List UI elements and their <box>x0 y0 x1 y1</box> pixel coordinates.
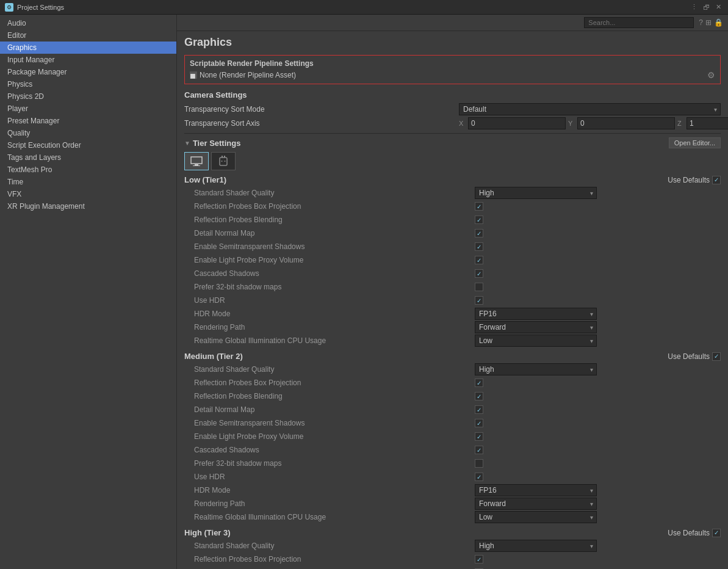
sidebar-item-xr-plugin-management[interactable]: XR Plugin Management <box>0 200 176 212</box>
tier-1-row-9-select[interactable]: FP16 <box>475 484 597 496</box>
tier-1-row-3: Detail Normal Map <box>194 404 721 416</box>
transparency-sort-mode-label: Transparency Sort Mode <box>184 105 459 114</box>
window-icon: ⚙ <box>5 3 13 12</box>
tier-1-row-7-value <box>475 459 721 468</box>
tier-1-row-0-select[interactable]: High <box>475 363 597 375</box>
tier-0-row-9: HDR ModeFP16 <box>194 308 721 320</box>
sidebar-item-physics[interactable]: Physics <box>0 78 176 90</box>
sidebar-item-preset-manager[interactable]: Preset Manager <box>0 115 176 127</box>
sidebar-item-player[interactable]: Player <box>0 103 176 115</box>
tier-1-row-1-checkbox[interactable] <box>475 379 483 387</box>
tier-2-row-0-select[interactable]: High <box>475 540 597 552</box>
tier-0-row-6-checkbox[interactable] <box>475 269 483 278</box>
sidebar-item-time[interactable]: Time <box>0 176 176 188</box>
sidebar-item-tags-and-layers[interactable]: Tags and Layers <box>0 151 176 164</box>
tier-1-row-10-select[interactable]: Forward <box>475 498 597 510</box>
tier-2-row-0-dropdown-wrapper: High <box>475 540 597 552</box>
render-pipeline-gear-button[interactable]: ⚙ <box>707 70 715 80</box>
svg-rect-3 <box>220 158 227 165</box>
tier-1-row-2-checkbox[interactable] <box>475 392 483 400</box>
tier-0-row-8-checkbox[interactable] <box>475 296 483 305</box>
tier-0-row-9-value: FP16 <box>475 308 721 320</box>
tier-2-use-defaults: Use Defaults <box>668 529 721 537</box>
tier-0-title: Low (Tier1) <box>184 175 226 184</box>
tier-1-row-7-checkbox[interactable] <box>475 459 483 468</box>
tier-2-row-0-label: Standard Shader Quality <box>194 542 475 550</box>
tier-0-row-3-checkbox[interactable] <box>475 229 483 237</box>
sidebar-item-quality[interactable]: Quality <box>0 127 176 139</box>
tier-0-row-11: Realtime Global Illumination CPU UsageLo… <box>194 335 721 347</box>
tier-0-row-0-label: Standard Shader Quality <box>194 189 475 197</box>
tier-0-row-1-checkbox[interactable] <box>475 202 483 211</box>
platform-tabs <box>184 152 721 170</box>
tier-0-row-0-select[interactable]: High <box>475 187 597 199</box>
sidebar-item-input-manager[interactable]: Input Manager <box>0 54 176 66</box>
y-field: Y <box>568 117 675 129</box>
search-input[interactable] <box>584 17 694 28</box>
page-title: Graphics <box>184 36 721 49</box>
more-options-button[interactable]: ⋮ <box>689 2 699 12</box>
tier-0-use-defaults-checkbox[interactable] <box>712 176 721 184</box>
tier-1-row-4-checkbox[interactable] <box>475 419 483 427</box>
tier-2-row-1-checkbox[interactable] <box>475 555 483 564</box>
tier-1-row-2-label: Reflection Probes Blending <box>194 392 475 400</box>
tier-1-row-5-checkbox[interactable] <box>475 432 483 441</box>
sidebar-item-package-manager[interactable]: Package Manager <box>0 66 176 78</box>
sidebar-item-editor[interactable]: Editor <box>0 29 176 42</box>
close-button[interactable]: ✕ <box>713 2 723 12</box>
asset-icon: ◼ <box>190 71 197 79</box>
tier-1-row-4-value <box>475 419 721 427</box>
sidebar-item-audio[interactable]: Audio <box>0 17 176 29</box>
tier-1-title: Medium (Tier 2) <box>184 352 243 361</box>
minimize-button[interactable]: 🗗 <box>701 2 711 12</box>
tier-1-use-defaults-checkbox[interactable] <box>712 352 721 361</box>
desktop-platform-tab[interactable] <box>184 152 209 170</box>
sidebar: AudioEditorGraphicsInput ManagerPackage … <box>0 15 177 569</box>
sidebar-item-physics-2d[interactable]: Physics 2D <box>0 90 176 103</box>
sidebar-item-vfx[interactable]: VFX <box>0 188 176 200</box>
tier-0-row-4-label: Enable Semitransparent Shadows <box>194 242 475 251</box>
layout-button[interactable]: ⊞ <box>705 18 712 27</box>
x-input[interactable] <box>468 117 566 129</box>
z-input[interactable] <box>687 117 728 129</box>
tier-0-row-8-label: Use HDR <box>194 296 475 305</box>
tier-2-use-defaults-checkbox[interactable] <box>712 529 721 537</box>
tier-0-row-1-value <box>475 202 721 211</box>
tier-1-row-11: Realtime Global Illumination CPU UsageLo… <box>194 511 721 523</box>
sidebar-item-graphics[interactable]: Graphics <box>0 42 176 54</box>
tier-0-row-9-select[interactable]: FP16 <box>475 308 597 320</box>
tier-1-row-4-label: Enable Semitransparent Shadows <box>194 419 475 427</box>
tier-1-row-11-label: Realtime Global Illumination CPU Usage <box>194 513 475 521</box>
android-platform-tab[interactable] <box>211 152 236 170</box>
tier-0-row-6-value <box>475 269 721 278</box>
sidebar-item-textmesh-pro[interactable]: TextMesh Pro <box>0 164 176 176</box>
help-button[interactable]: ? <box>699 18 703 27</box>
tier-1-row-10: Rendering PathForward <box>194 498 721 510</box>
transparency-sort-mode-select[interactable]: Default Perspective Orthographic CustomA… <box>459 103 721 115</box>
tier-1-row-11-select[interactable]: Low <box>475 511 597 523</box>
tier-2-row-1: Reflection Probes Box Projection <box>194 553 721 565</box>
tier-1-row-9-value: FP16 <box>475 484 721 496</box>
svg-rect-4 <box>222 156 223 158</box>
svg-rect-1 <box>195 164 198 165</box>
tier-1-row-6-checkbox[interactable] <box>475 446 483 454</box>
y-input[interactable] <box>577 117 675 129</box>
tier-0-row-4-checkbox[interactable] <box>475 242 483 251</box>
tier-0-row-2-checkbox[interactable] <box>475 216 483 224</box>
lock-button[interactable]: 🔒 <box>714 18 723 27</box>
tier-1-row-0-label: Standard Shader Quality <box>194 365 475 374</box>
render-pipeline-asset-row: ◼ None (Render Pipeline Asset) ⚙ <box>190 70 715 80</box>
tier-1-row-8-checkbox[interactable] <box>475 473 483 481</box>
svg-rect-5 <box>224 156 225 158</box>
top-toolbar: ? ⊞ 🔒 <box>177 15 728 31</box>
tier-0-row-11-select[interactable]: Low <box>475 335 597 347</box>
sidebar-item-script-execution-order[interactable]: Script Execution Order <box>0 139 176 151</box>
tier-1-row-3-checkbox[interactable] <box>475 405 483 414</box>
tier-0-row-11-value: Low <box>475 335 721 347</box>
tier-1-row-10-value: Forward <box>475 498 721 510</box>
tier-0-use-defaults: Use Defaults <box>668 176 721 184</box>
tier-0-row-10-select[interactable]: Forward <box>475 321 597 333</box>
tier-0-row-7-checkbox[interactable] <box>475 283 483 291</box>
tier-0-row-5-checkbox[interactable] <box>475 256 483 264</box>
open-editor-button[interactable]: Open Editor... <box>669 137 721 148</box>
